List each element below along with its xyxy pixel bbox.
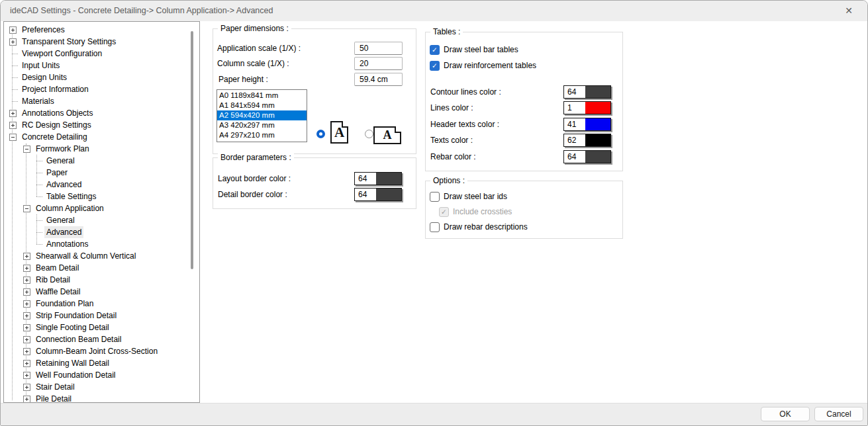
tree-item-label: Beam Detail bbox=[34, 262, 81, 274]
tree-item[interactable]: Paper bbox=[4, 167, 190, 179]
tree-item[interactable]: Pile Detail bbox=[4, 393, 190, 403]
tree-item-label: Advanced bbox=[44, 179, 83, 191]
expand-plus-icon[interactable] bbox=[23, 336, 30, 343]
collapse-minus-icon[interactable] bbox=[23, 146, 30, 153]
tree-item[interactable]: Advanced bbox=[4, 226, 190, 238]
close-icon[interactable]: ✕ bbox=[838, 1, 859, 21]
checkbox-row: Draw steel bar ids bbox=[430, 191, 507, 202]
expand-plus-icon[interactable] bbox=[9, 122, 17, 129]
collapse-minus-icon[interactable] bbox=[23, 205, 30, 212]
tree-item[interactable]: Connection Beam Detail bbox=[4, 333, 190, 345]
landscape-radio[interactable] bbox=[365, 130, 373, 138]
expand-plus-icon[interactable] bbox=[23, 384, 30, 391]
color-picker-button[interactable]: 62 bbox=[563, 134, 611, 147]
color-picker-button[interactable]: 64 bbox=[354, 172, 402, 185]
tree-item[interactable]: Project Information bbox=[4, 83, 190, 95]
checkbox-row: ✓Draw steel bar tables bbox=[430, 44, 518, 55]
paper-height-input[interactable] bbox=[354, 73, 403, 86]
expand-plus-icon[interactable] bbox=[23, 265, 30, 272]
tree-item[interactable]: Stair Detail bbox=[4, 381, 190, 393]
cancel-button[interactable]: Cancel bbox=[814, 407, 863, 421]
paper-size-option[interactable]: A3 420x297 mm bbox=[217, 120, 307, 130]
tree-item[interactable]: Preferences bbox=[4, 24, 190, 36]
tree-item-label: Single Footing Detail bbox=[34, 321, 111, 333]
tree-item[interactable]: RC Design Settings bbox=[4, 119, 190, 131]
tree-item[interactable]: Formwork Plan bbox=[4, 143, 190, 155]
tree-item-label: Retaining Wall Detail bbox=[34, 357, 111, 369]
color-picker-button[interactable]: 1 bbox=[563, 101, 611, 114]
color-number: 1 bbox=[564, 102, 585, 114]
tree-item[interactable]: Foundation Plan bbox=[4, 298, 190, 310]
tree-item[interactable]: Retaining Wall Detail bbox=[4, 357, 190, 369]
checkbox-label: Draw reinforcement tables bbox=[444, 61, 536, 70]
tree-item[interactable]: Table Settings bbox=[4, 191, 190, 202]
tree-item[interactable]: Column Application bbox=[4, 202, 190, 214]
color-field-label: Header texts color : bbox=[430, 118, 499, 131]
portrait-radio[interactable] bbox=[316, 130, 325, 138]
tree-item[interactable]: Shearwall & Column Vertical bbox=[4, 250, 190, 262]
tree-item-label: General bbox=[44, 214, 77, 226]
tree-item[interactable]: Input Units bbox=[4, 60, 190, 71]
expand-plus-icon[interactable] bbox=[23, 324, 30, 331]
application-scale-input[interactable] bbox=[354, 42, 403, 55]
tree-item-label: Shearwall & Column Vertical bbox=[34, 250, 138, 262]
tree-item-label: Annotations bbox=[44, 238, 90, 250]
color-picker-button[interactable]: 64 bbox=[354, 188, 402, 201]
checkbox[interactable]: ✓ bbox=[430, 45, 440, 55]
tree-item[interactable]: General bbox=[4, 155, 190, 167]
tree-item[interactable]: Concrete Detailing bbox=[4, 131, 190, 143]
expand-plus-icon[interactable] bbox=[23, 372, 30, 379]
paper-size-option[interactable]: A1 841x594 mm bbox=[217, 101, 307, 110]
titlebar[interactable]: ideCAD Settings - Concrete Detailing-> C… bbox=[1, 1, 867, 21]
paper-size-option[interactable]: A2 594x420 mm bbox=[217, 110, 307, 120]
tree-item[interactable]: General bbox=[4, 214, 190, 226]
tree-item[interactable]: Well Foundation Detail bbox=[4, 369, 190, 381]
expand-plus-icon[interactable] bbox=[23, 277, 30, 284]
tree-item[interactable]: Transparent Story Settings bbox=[4, 36, 190, 48]
tree-item[interactable]: Single Footing Detail bbox=[4, 321, 190, 333]
tree-item[interactable]: Column-Beam Joint Cross-Section bbox=[4, 345, 190, 357]
tree-item-label: Stair Detail bbox=[34, 381, 77, 393]
expand-plus-icon[interactable] bbox=[23, 253, 30, 260]
expand-plus-icon[interactable] bbox=[9, 110, 17, 117]
expand-plus-icon[interactable] bbox=[23, 312, 30, 320]
tree-item[interactable]: Viewport Configuration bbox=[4, 48, 190, 60]
checkbox[interactable] bbox=[430, 192, 440, 202]
color-picker-button[interactable]: 41 bbox=[563, 118, 611, 131]
tree-item[interactable]: Design Units bbox=[4, 71, 190, 83]
tree-item[interactable]: Rib Detail bbox=[4, 274, 190, 286]
tree-item-label: Column Application bbox=[34, 202, 106, 214]
color-picker-button[interactable]: 64 bbox=[563, 85, 611, 99]
tree-item[interactable]: Beam Detail bbox=[4, 262, 190, 274]
expand-plus-icon[interactable] bbox=[23, 348, 30, 355]
expand-plus-icon[interactable] bbox=[9, 26, 17, 34]
tree-scrollbar-thumb[interactable] bbox=[191, 31, 193, 269]
tree-item[interactable]: Annotations Objects bbox=[4, 107, 190, 119]
tree-item[interactable]: Strip Foundation Detail bbox=[4, 310, 190, 321]
expand-plus-icon[interactable] bbox=[23, 396, 30, 403]
color-field-label: Texts color : bbox=[430, 134, 473, 147]
ok-button[interactable]: OK bbox=[761, 407, 810, 421]
paper-size-listbox[interactable]: A0 1189x841 mmA1 841x594 mmA2 594x420 mm… bbox=[217, 89, 307, 142]
tree-item[interactable]: Materials bbox=[4, 95, 190, 107]
tree-item[interactable]: Advanced bbox=[4, 179, 190, 191]
expand-plus-icon[interactable] bbox=[23, 288, 30, 296]
column-scale-input[interactable] bbox=[354, 57, 403, 70]
collapse-minus-icon[interactable] bbox=[9, 134, 17, 141]
expand-plus-icon[interactable] bbox=[9, 38, 17, 46]
expand-plus-icon[interactable] bbox=[23, 300, 30, 308]
tree-item-label: Formwork Plan bbox=[34, 143, 91, 155]
paper-size-option[interactable]: A4 297x210 mm bbox=[217, 130, 307, 140]
expand-plus-icon[interactable] bbox=[23, 360, 30, 367]
color-swatch bbox=[376, 173, 401, 185]
group-title: Tables : bbox=[430, 27, 463, 37]
tree-item-label: Project Information bbox=[20, 83, 91, 95]
checkbox[interactable]: ✓ bbox=[430, 61, 440, 71]
tree-item[interactable]: Waffle Detail bbox=[4, 286, 190, 298]
color-picker-button[interactable]: 64 bbox=[563, 150, 611, 163]
paper-height-label: Paper height : bbox=[218, 73, 268, 86]
checkbox[interactable] bbox=[430, 222, 440, 232]
tree-item[interactable]: Annotations bbox=[4, 238, 190, 250]
paper-size-option[interactable]: A0 1189x841 mm bbox=[217, 91, 307, 101]
color-number: 64 bbox=[355, 189, 376, 200]
